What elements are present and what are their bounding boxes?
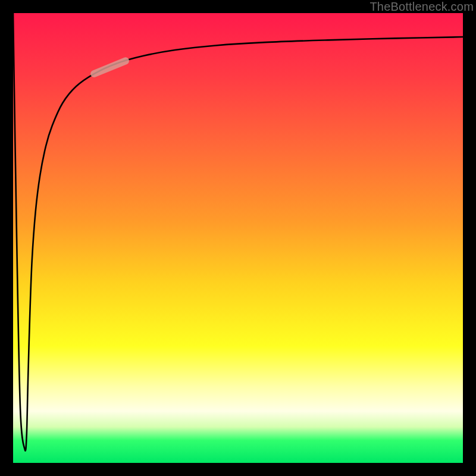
curve-layer — [13, 13, 463, 463]
bottleneck-curve-path — [13, 13, 463, 451]
bottleneck-curve-highlight — [94, 61, 126, 74]
chart-frame: TheBottleneck.com — [0, 0, 476, 476]
watermark-label: TheBottleneck.com — [369, 0, 474, 14]
